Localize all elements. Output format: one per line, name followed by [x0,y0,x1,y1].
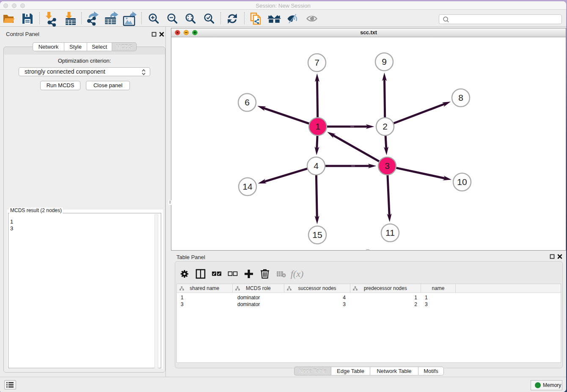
svg-text:3: 3 [385,161,390,171]
svg-text:4: 4 [314,161,319,171]
svg-text:8: 8 [458,93,463,102]
svg-text:14: 14 [242,182,253,191]
svg-text:15: 15 [312,230,322,240]
svg-text:2: 2 [383,121,388,131]
svg-text:10: 10 [457,177,467,187]
svg-text:f(x): f(x) [291,268,304,279]
svg-text:9: 9 [382,57,387,66]
svg-text:11: 11 [385,228,395,237]
svg-text:1: 1 [315,121,320,131]
svg-text:7: 7 [314,58,319,67]
svg-text:6: 6 [245,97,250,107]
